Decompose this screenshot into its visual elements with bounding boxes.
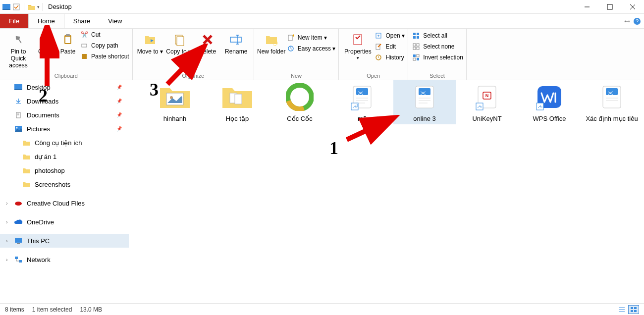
nav-pictures[interactable]: Pictures xyxy=(0,122,129,136)
file-wps-office[interactable]: WPS Office xyxy=(518,80,581,124)
desktop-icon xyxy=(14,83,23,92)
file-label: Học tập xyxy=(207,115,268,122)
nav-creative-cloud[interactable]: Creative Cloud Files xyxy=(0,196,129,210)
svg-rect-38 xyxy=(413,47,416,50)
shortcut-icon xyxy=(337,82,387,112)
shortcut-icon xyxy=(587,82,637,112)
annotation-1: 1 xyxy=(329,138,338,158)
tab-share[interactable]: Share xyxy=(64,14,100,28)
rename-icon xyxy=(228,32,244,48)
cut-button[interactable]: ✂️Cut xyxy=(80,31,129,39)
svg-rect-92 xyxy=(634,310,637,312)
svg-rect-39 xyxy=(417,47,419,50)
check-icon[interactable] xyxy=(12,2,21,11)
annotation-2: 2 xyxy=(39,85,48,106)
pin-to-quick-access-button[interactable]: Pin to Quick access xyxy=(3,31,34,69)
svg-rect-1 xyxy=(2,9,10,10)
file-unikeynt[interactable]: N UniKeyNT xyxy=(456,80,518,124)
file-view[interactable]: hinhanh Học tập Cốc Cốc mã online 3 xyxy=(129,80,644,303)
open-button[interactable]: Open ▾ xyxy=(375,32,405,40)
ribbon-group-select: Select all Select none Invert selection … xyxy=(408,29,467,80)
window-title: Desktop xyxy=(48,3,72,10)
group-title: Clipboard xyxy=(3,73,129,80)
svg-rect-45 xyxy=(14,89,22,90)
nav-documents[interactable]: Documents xyxy=(0,108,129,122)
tab-view[interactable]: View xyxy=(99,14,131,28)
status-bar: 8 items 1 item selected 13.0 MB xyxy=(0,303,644,315)
paste-icon xyxy=(60,32,76,48)
onedrive-icon xyxy=(14,217,23,226)
svg-rect-28 xyxy=(354,35,362,45)
collapse-ribbon-icon[interactable]: ⊷ xyxy=(624,18,630,25)
svg-point-51 xyxy=(16,127,18,129)
svg-rect-40 xyxy=(413,54,416,57)
rename-button[interactable]: Rename xyxy=(222,31,251,55)
file-xac-dinh[interactable]: Xác định mục tiêu xyxy=(581,80,643,124)
minimize-button[interactable] xyxy=(576,0,598,13)
cut-icon: ✂️ xyxy=(80,31,88,39)
svg-rect-13 xyxy=(65,37,70,43)
dropdown-icon[interactable]: ▾ xyxy=(37,4,40,9)
ribbon-group-new: New folder ✦New item ▾ Easy access ▾ New xyxy=(254,29,339,80)
pin-icon xyxy=(10,32,26,48)
new-folder-button[interactable]: New folder xyxy=(257,31,286,55)
select-all-icon xyxy=(412,32,420,40)
folder-icon xyxy=(22,180,31,189)
tab-file[interactable]: File xyxy=(0,14,28,28)
downloads-icon xyxy=(14,97,23,105)
file-coc-coc[interactable]: Cốc Cốc xyxy=(268,80,331,124)
nav-desktop[interactable]: Desktop xyxy=(0,80,129,94)
paste-shortcut-button[interactable]: Paste shortcut xyxy=(80,52,129,60)
svg-rect-81 xyxy=(537,103,543,110)
select-all-button[interactable]: Select all xyxy=(412,32,463,40)
ribbon: Pin to Quick access Copy Paste ✂️Cut Cop… xyxy=(0,29,644,80)
history-button[interactable]: History xyxy=(375,53,405,61)
svg-rect-55 xyxy=(15,257,18,259)
svg-text:?: ? xyxy=(636,18,639,24)
nav-photoshop[interactable]: photoshop xyxy=(0,163,129,177)
copy-path-button[interactable]: Copy path xyxy=(80,42,129,50)
icons-view-button[interactable] xyxy=(628,305,639,314)
edit-button[interactable]: Edit xyxy=(375,43,405,51)
folder-icon xyxy=(22,138,31,147)
app-icon xyxy=(2,2,11,11)
nav-network[interactable]: Network xyxy=(0,253,129,266)
paste-button[interactable]: Paste xyxy=(56,31,79,55)
nav-cong-cu[interactable]: Công cụ tiện ích xyxy=(0,136,129,150)
shortcut-icon xyxy=(400,82,449,112)
move-to-button[interactable]: Move to ▾ xyxy=(136,31,164,55)
group-title: Open xyxy=(342,73,405,80)
file-hoc-tap[interactable]: Học tập xyxy=(206,80,268,124)
nav-this-pc[interactable]: This PC xyxy=(0,234,129,248)
file-online-3[interactable]: online 3 xyxy=(393,80,456,124)
svg-rect-4 xyxy=(607,4,612,9)
svg-rect-15 xyxy=(82,54,87,59)
svg-rect-36 xyxy=(413,44,416,46)
easy-access-button[interactable]: Easy access ▾ xyxy=(287,45,336,52)
nav-downloads[interactable]: Downloads xyxy=(0,94,129,108)
nav-du-an[interactable]: dự án 1 xyxy=(0,150,129,163)
close-button[interactable] xyxy=(621,0,644,13)
this-pc-icon xyxy=(14,236,23,245)
select-none-button[interactable]: Select none xyxy=(412,43,463,51)
svg-rect-12 xyxy=(66,34,70,36)
nav-screenshots[interactable]: Screenshots xyxy=(0,177,129,191)
easy-access-icon xyxy=(287,45,295,52)
invert-selection-button[interactable]: Invert selection xyxy=(412,53,463,61)
new-folder-icon xyxy=(264,32,279,48)
folder-icon[interactable] xyxy=(27,2,36,11)
svg-line-95 xyxy=(167,49,202,84)
properties-button[interactable]: Properties▾ xyxy=(342,31,374,60)
svg-rect-41 xyxy=(417,54,419,57)
details-view-button[interactable] xyxy=(616,305,627,314)
svg-rect-62 xyxy=(235,94,242,104)
help-icon[interactable]: ? xyxy=(633,17,641,25)
svg-rect-34 xyxy=(413,36,416,39)
maximize-button[interactable] xyxy=(598,0,621,13)
status-item-count: 8 items xyxy=(5,306,24,313)
svg-rect-91 xyxy=(631,310,633,312)
svg-rect-33 xyxy=(417,33,419,35)
nav-onedrive[interactable]: OneDrive xyxy=(0,215,129,229)
new-item-button[interactable]: ✦New item ▾ xyxy=(287,34,336,42)
invert-selection-icon xyxy=(412,53,420,61)
